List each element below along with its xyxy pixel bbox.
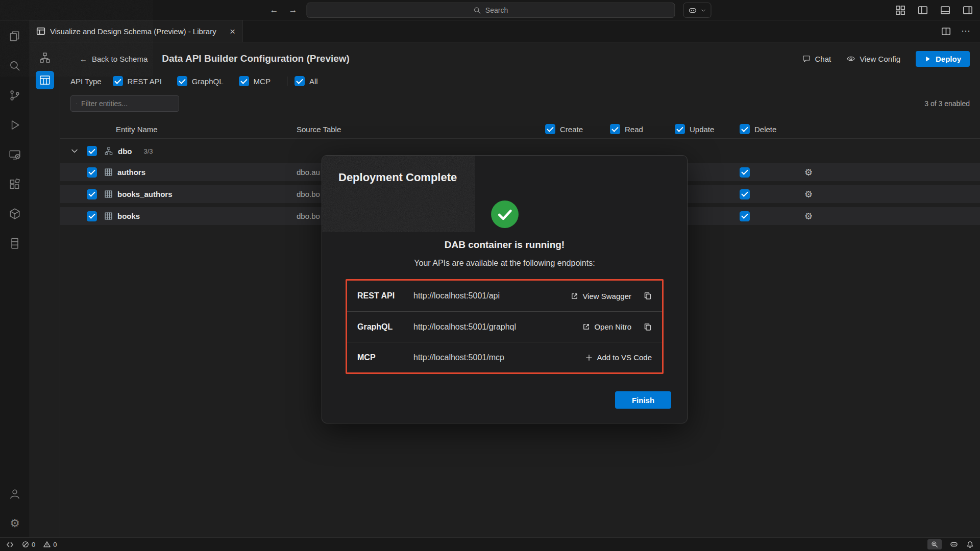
divider	[287, 77, 287, 86]
read-header: Read	[610, 124, 675, 134]
update-all-checkbox[interactable]	[675, 124, 685, 134]
row-checkbox[interactable]	[87, 211, 97, 221]
filter-entities-field[interactable]	[70, 95, 179, 112]
tab-close-icon[interactable]: ×	[229, 27, 236, 36]
plus-icon	[585, 354, 593, 361]
tab-visualize-design-schema[interactable]: Visualize and Design Schema (Preview) - …	[30, 20, 243, 42]
copilot-menu-button[interactable]	[683, 3, 712, 18]
row-settings-gear-icon[interactable]: ⚙	[804, 167, 825, 178]
copy-icon[interactable]	[644, 323, 652, 331]
search-placeholder: Search	[485, 6, 508, 14]
rest-api-checkbox[interactable]	[113, 76, 123, 86]
status-bar: 0 0	[0, 537, 980, 551]
row-settings-gear-icon[interactable]: ⚙	[804, 211, 825, 222]
group-checkbox[interactable]	[87, 146, 97, 156]
row-checkbox[interactable]	[87, 189, 97, 199]
table-icon	[104, 168, 113, 177]
add-to-vscode-link[interactable]: Add to VS Code	[585, 353, 652, 362]
endpoints-highlight-box: REST API http://localhost:5001/api View …	[346, 279, 664, 374]
search-icon	[474, 7, 481, 14]
database-icon[interactable]	[6, 235, 23, 252]
split-editor-icon[interactable]	[941, 27, 951, 36]
graphql-checkbox-pair[interactable]: GraphQL	[177, 76, 224, 86]
dialog-subtitle: Your APIs are available at the following…	[338, 259, 671, 268]
toggle-panel-icon[interactable]	[940, 5, 950, 15]
toggle-primary-sidebar-icon[interactable]	[918, 5, 928, 15]
row-settings-gear-icon[interactable]: ⚙	[804, 189, 825, 200]
back-arrow-icon: ←	[80, 55, 87, 63]
filter-search-icon	[76, 100, 77, 107]
read-all-checkbox[interactable]	[610, 124, 620, 134]
source-table-header: Source Table	[297, 125, 545, 134]
notifications-bell-icon[interactable]	[966, 541, 974, 548]
search-sidebar-icon[interactable]	[6, 57, 23, 74]
rest-api-checkbox-pair[interactable]: REST API	[113, 76, 162, 86]
settings-gear-icon[interactable]: ⚙	[6, 515, 23, 532]
dialog-content: Deployment Complete DAB container is run…	[322, 156, 687, 423]
container-tools-icon[interactable]	[6, 205, 23, 222]
eye-icon	[846, 54, 855, 63]
endpoint-row-mcp: MCP http://localhost:5001/mcp Add to VS …	[347, 342, 662, 372]
table-header-row: Entity Name Source Table Create Read Upd…	[60, 120, 980, 139]
toggle-secondary-sidebar-icon[interactable]	[963, 5, 973, 15]
history-back-button[interactable]: ←	[269, 5, 280, 15]
schema-designer-icon[interactable]	[36, 48, 54, 67]
extensions-icon[interactable]	[6, 176, 23, 193]
zoom-indicator[interactable]	[927, 539, 942, 549]
api-type-filter-row: API Type REST API GraphQL MCP	[60, 72, 980, 90]
copilot-icon	[689, 6, 697, 15]
api-builder-grid-icon[interactable]	[36, 71, 54, 89]
mcp-checkbox-pair[interactable]: MCP	[239, 76, 271, 86]
view-swagger-link[interactable]: View Swagger	[571, 292, 631, 300]
endpoint-url: http://localhost:5001/api	[413, 291, 571, 300]
all-checkbox[interactable]	[295, 76, 305, 86]
collapse-chevron-icon[interactable]	[70, 147, 87, 155]
remote-explorer-icon[interactable]	[6, 146, 23, 163]
remote-indicator-icon[interactable]	[6, 541, 14, 548]
endpoint-name: MCP	[357, 353, 413, 362]
delete-checkbox[interactable]	[740, 211, 750, 221]
update-header: Update	[675, 124, 740, 134]
back-to-schema-link[interactable]: ← Back to Schema	[80, 55, 148, 63]
graphql-checkbox[interactable]	[177, 76, 187, 86]
delete-checkbox[interactable]	[740, 189, 750, 199]
delete-checkbox[interactable]	[740, 167, 750, 178]
explorer-icon[interactable]	[6, 28, 23, 45]
chat-button[interactable]: Chat	[802, 54, 831, 63]
external-link-icon	[571, 292, 578, 300]
endpoint-row-graphql: GraphQL http://localhost:5001/graphql Op…	[347, 311, 662, 342]
delete-all-checkbox[interactable]	[740, 124, 750, 134]
account-icon[interactable]	[6, 485, 23, 503]
open-nitro-link[interactable]: Open Nitro	[582, 322, 631, 331]
activity-bar: ⚙	[0, 20, 30, 537]
mcp-checkbox[interactable]	[239, 76, 249, 86]
row-checkbox[interactable]	[87, 167, 97, 178]
run-debug-icon[interactable]	[6, 116, 23, 134]
copy-icon[interactable]	[644, 292, 652, 300]
errors-indicator[interactable]: 0	[22, 541, 35, 548]
titlebar: ← → Search	[0, 0, 980, 20]
more-actions-icon[interactable]: ⋯	[961, 26, 971, 37]
all-checkbox-pair[interactable]: All	[295, 76, 318, 86]
delete-header: Delete	[740, 124, 804, 134]
finish-button[interactable]: Finish	[615, 391, 671, 409]
enabled-summary: 3 of 3 enabled	[924, 99, 970, 108]
source-control-icon[interactable]	[6, 87, 23, 104]
create-all-checkbox[interactable]	[545, 124, 555, 134]
endpoint-name: REST API	[357, 291, 413, 300]
view-config-button[interactable]: View Config	[846, 54, 900, 63]
error-count: 0	[32, 541, 35, 548]
table-icon	[104, 190, 113, 198]
history-forward-button[interactable]: →	[288, 5, 299, 15]
dialog-title: Deployment Complete	[338, 171, 671, 184]
warning-count: 0	[53, 541, 57, 548]
search-input[interactable]: Search	[307, 3, 675, 18]
customize-layout-icon[interactable]	[895, 5, 905, 15]
deploy-button[interactable]: Deploy	[916, 51, 970, 67]
copilot-status-icon[interactable]	[950, 540, 958, 548]
filter-row: 3 of 3 enabled	[60, 95, 980, 112]
filter-entities-input[interactable]	[81, 99, 174, 108]
back-to-schema-label: Back to Schema	[92, 55, 148, 63]
status-bar-right	[927, 539, 974, 549]
warnings-indicator[interactable]: 0	[43, 541, 57, 548]
